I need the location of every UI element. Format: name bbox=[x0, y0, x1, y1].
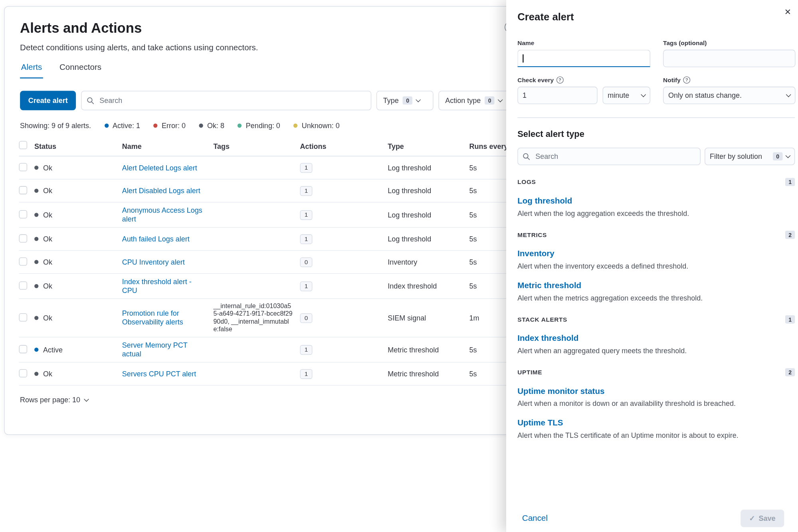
chevron-down-icon bbox=[786, 153, 791, 158]
row-checkbox[interactable] bbox=[19, 369, 28, 377]
rows-per-page-label: Rows per page: 10 bbox=[20, 396, 80, 404]
alert-type-title[interactable]: Metric threshold bbox=[517, 281, 581, 290]
alert-type-cell: Log threshold bbox=[388, 235, 469, 243]
status-text: Ok bbox=[43, 314, 52, 322]
status-dot bbox=[34, 166, 38, 170]
alert-name-link[interactable]: Auth failed Logs alert bbox=[122, 235, 190, 243]
active-count-badge: Active: 1 bbox=[104, 121, 140, 130]
alert-type-title[interactable]: Inventory bbox=[517, 249, 554, 258]
header-actions[interactable]: Actions bbox=[300, 142, 388, 150]
status-dot bbox=[34, 237, 38, 241]
row-checkbox[interactable] bbox=[19, 234, 28, 242]
name-input[interactable] bbox=[517, 50, 650, 67]
row-checkbox[interactable] bbox=[19, 257, 28, 265]
status-text: Ok bbox=[43, 211, 52, 219]
alert-type-option-log-threshold[interactable]: Log threshold Alert when the log aggrega… bbox=[517, 196, 795, 218]
actions-count-badge: 1 bbox=[300, 281, 313, 291]
row-checkbox[interactable] bbox=[19, 345, 28, 353]
tags-label: Tags (optional) bbox=[663, 40, 795, 47]
check-every-value-input[interactable]: 1 bbox=[517, 87, 597, 104]
row-checkbox[interactable] bbox=[19, 186, 28, 194]
tags-input[interactable] bbox=[663, 50, 795, 67]
group-label-metrics: METRICS bbox=[517, 231, 547, 238]
type-filter-dropdown[interactable]: Type 0 bbox=[376, 91, 434, 110]
alert-name-link[interactable]: Alert Deleted Logs alert bbox=[122, 163, 197, 172]
alert-name-link[interactable]: CPU Inventory alert bbox=[122, 258, 185, 266]
name-label: Name bbox=[517, 40, 650, 47]
alert-type-title[interactable]: Log threshold bbox=[517, 196, 572, 205]
alert-type-sections: LOGS 1 Log threshold Alert when the log … bbox=[517, 178, 795, 440]
alert-type-option-uptime-monitor-status[interactable]: Uptime monitor status Alert when a monit… bbox=[517, 386, 795, 408]
alert-type-option-index-threshold[interactable]: Index threshold Alert when an aggregated… bbox=[517, 333, 795, 355]
check-every-unit-select[interactable]: minute bbox=[603, 87, 650, 104]
alert-type-cell: Metric threshold bbox=[388, 370, 469, 378]
help-icon[interactable]: ? bbox=[556, 76, 564, 83]
search-icon bbox=[87, 97, 94, 104]
group-label-logs: LOGS bbox=[517, 178, 536, 186]
help-icon[interactable]: ? bbox=[683, 76, 690, 83]
notify-select[interactable]: Only on status change. bbox=[663, 87, 795, 104]
alert-type-cell: Inventory bbox=[388, 258, 469, 266]
chevron-down-icon bbox=[84, 396, 89, 401]
status-text: Ok bbox=[43, 282, 52, 291]
chevron-down-icon bbox=[498, 97, 503, 102]
alert-type-option-inventory[interactable]: Inventory Alert when the inventory excee… bbox=[517, 249, 795, 271]
pending-count-badge: Pending: 0 bbox=[238, 121, 280, 130]
search-icon bbox=[523, 152, 530, 160]
alert-type-search-box bbox=[517, 148, 701, 165]
alerts-search-input[interactable] bbox=[99, 96, 366, 105]
action-type-filter-label: Action type bbox=[445, 97, 481, 105]
tab-alerts[interactable]: Alerts bbox=[20, 59, 43, 79]
row-checkbox[interactable] bbox=[19, 210, 28, 218]
alert-type-cell: Log threshold bbox=[388, 211, 469, 219]
actions-count-badge: 1 bbox=[300, 345, 313, 354]
status-dot bbox=[34, 213, 38, 217]
header-tags[interactable]: Tags bbox=[213, 142, 300, 150]
filter-by-solution-count-badge: 0 bbox=[773, 152, 782, 161]
text-caret bbox=[523, 54, 523, 63]
alert-type-title[interactable]: Uptime TLS bbox=[517, 418, 563, 427]
alerts-search-box bbox=[81, 91, 371, 110]
select-all-checkbox[interactable] bbox=[19, 141, 28, 149]
status-text: Ok bbox=[43, 164, 52, 172]
create-alert-flyout: ✕ Create alert Name Tags (optional) Chec… bbox=[506, 0, 798, 532]
alert-name-link[interactable]: Servers CPU PCT alert bbox=[122, 370, 196, 378]
active-dot-icon bbox=[104, 124, 108, 128]
tags-field-group: Tags (optional) bbox=[663, 40, 795, 67]
alert-type-title[interactable]: Uptime monitor status bbox=[517, 387, 604, 396]
header-name[interactable]: Name bbox=[122, 142, 214, 150]
alert-name-link[interactable]: Alert Disabled Logs alert bbox=[122, 186, 200, 195]
chevron-down-icon bbox=[641, 92, 646, 97]
alert-type-cell: SIEM signal bbox=[388, 314, 469, 322]
alert-name-link[interactable]: Index threshold alert - CPU bbox=[122, 277, 192, 294]
alert-name-link[interactable]: Anonymous Access Logs alert bbox=[122, 206, 202, 223]
actions-count-badge: 1 bbox=[300, 234, 313, 243]
alert-type-search-input[interactable] bbox=[535, 152, 695, 161]
close-icon[interactable]: ✕ bbox=[782, 6, 794, 18]
row-checkbox[interactable] bbox=[19, 281, 28, 290]
filter-by-solution-dropdown[interactable]: Filter by solution 0 bbox=[705, 148, 795, 165]
alert-type-title[interactable]: Index threshold bbox=[517, 334, 578, 342]
header-type[interactable]: Type bbox=[388, 142, 469, 150]
action-type-filter-dropdown[interactable]: Action type 0 bbox=[438, 91, 516, 110]
create-alert-button[interactable]: Create alert bbox=[20, 91, 76, 110]
alert-type-option-metric-threshold[interactable]: Metric threshold Alert when the metrics … bbox=[517, 281, 795, 303]
actions-count-badge: 1 bbox=[300, 210, 313, 220]
row-checkbox[interactable] bbox=[19, 313, 28, 321]
chevron-down-icon bbox=[416, 97, 421, 102]
actions-count-badge: 1 bbox=[300, 163, 313, 172]
row-checkbox[interactable] bbox=[19, 163, 28, 171]
check-every-label: Check every bbox=[517, 76, 554, 83]
alert-type-description: Alert when the inventory exceeds a defin… bbox=[517, 261, 795, 271]
alert-name-link[interactable]: Promotion rule for Observability alerts bbox=[122, 309, 183, 326]
header-status[interactable]: Status bbox=[34, 142, 122, 150]
group-count-badge: 1 bbox=[785, 178, 795, 186]
showing-count-text: Showing: 9 of 9 alerts. bbox=[20, 121, 91, 130]
pending-count-label: Pending: 0 bbox=[246, 121, 280, 130]
notify-label: Notify bbox=[663, 76, 681, 83]
cancel-button[interactable]: Cancel bbox=[522, 514, 548, 523]
save-button[interactable]: ✓ Save bbox=[741, 510, 784, 527]
alert-name-link[interactable]: Server Memory PCT actual bbox=[122, 341, 188, 358]
tab-connectors[interactable]: Connectors bbox=[58, 59, 102, 79]
alert-type-option-uptime-tls[interactable]: Uptime TLS Alert when the TLS certificat… bbox=[517, 418, 795, 440]
